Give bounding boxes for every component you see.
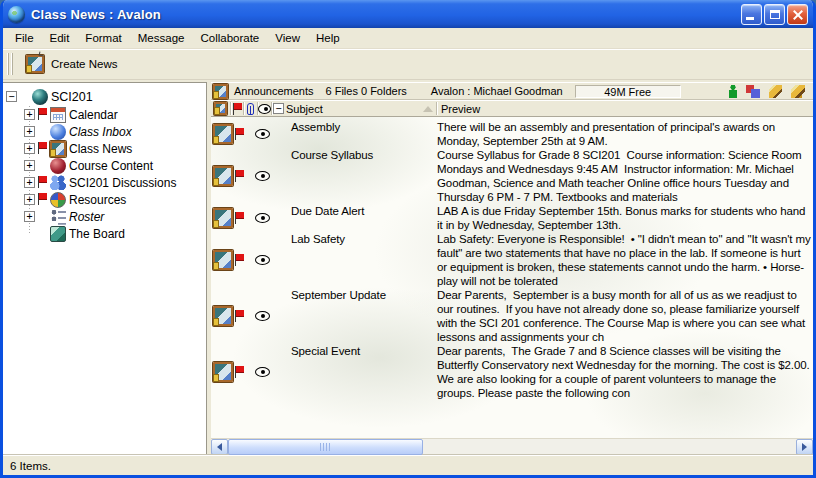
message-row-special-event[interactable]: Special Event Dear parents, The Grade 7 …	[211, 344, 813, 400]
pencil-key-icon[interactable]	[791, 85, 805, 98]
scroll-left-button[interactable]	[211, 439, 228, 455]
message-row-due-date-alert[interactable]: Due Date Alert LAB A is due Friday Septe…	[211, 204, 813, 232]
flag-icon	[37, 193, 48, 205]
scrollbar-track[interactable]	[228, 439, 796, 455]
item-type-column-header[interactable]	[211, 101, 230, 116]
account-name: Avalon : Michael Goodman	[431, 85, 563, 97]
info-action-icons	[729, 85, 805, 98]
tree-children: Calendar Class Inbox Class News	[3, 106, 206, 242]
menu-edit[interactable]: Edit	[42, 29, 78, 47]
toolbar-grip[interactable]	[7, 53, 14, 75]
menu-format[interactable]: Format	[77, 29, 129, 47]
expand-toggle-icon[interactable]	[24, 160, 35, 171]
stacked-squares-icon[interactable]	[746, 85, 760, 98]
message-row-assembly[interactable]: Assembly There will be an assembly and p…	[211, 120, 813, 148]
news-icon	[213, 84, 228, 99]
preview-cell: Dear Parents, September is a busy month …	[437, 288, 813, 344]
tree-item-sci201-discussions[interactable]: SCI201 Discussions	[3, 174, 206, 191]
flag-icon	[234, 254, 245, 266]
tree-item-label: Course Content	[69, 159, 153, 173]
minimize-icon	[746, 17, 754, 20]
create-news-button[interactable]: Create News	[19, 52, 124, 76]
tree-item-roster[interactable]: Roster	[3, 208, 206, 225]
preview-cell: Course Syllabus for Grade 8 SCI201 Cours…	[437, 148, 813, 204]
menu-collaborate[interactable]: Collaborate	[192, 29, 267, 47]
minimize-button[interactable]	[741, 4, 762, 25]
news-icon	[213, 124, 233, 144]
tree-item-resources[interactable]: Resources	[3, 191, 206, 208]
chevron-right-icon	[802, 443, 807, 451]
scrollbar-thumb[interactable]	[228, 439, 423, 455]
flag-icon	[232, 103, 243, 115]
sort-ascending-icon	[423, 106, 433, 112]
inbox-globe-icon	[50, 124, 66, 140]
news-icon	[50, 141, 66, 157]
viewed-column-header[interactable]	[258, 101, 271, 116]
preview-column-header[interactable]: Preview	[437, 101, 813, 116]
tree-item-calendar[interactable]: Calendar	[3, 106, 206, 123]
horizontal-scrollbar[interactable]	[211, 438, 813, 455]
main-area: SCI201 Calendar Class Inbox	[3, 80, 813, 455]
preview-cell: Lab Safety: Everyone is Responsible! • "…	[437, 232, 813, 288]
news-icon	[213, 166, 233, 186]
menu-view[interactable]: View	[267, 29, 308, 47]
statusbar: 6 Items.	[3, 455, 813, 475]
tree-item-label: Class News	[69, 142, 132, 156]
message-list: Assembly There will be an assembly and p…	[211, 117, 813, 438]
attachment-column-header[interactable]	[244, 101, 257, 116]
subject-column-header[interactable]: Subject	[272, 101, 436, 116]
message-row-course-syllabus[interactable]: Course Syllabus Course Syllabus for Grad…	[211, 148, 813, 204]
message-row-september-update[interactable]: September Update Dear Parents, September…	[211, 288, 813, 344]
tree-root-label: SCI201	[51, 90, 93, 104]
list-column-header: Subject Preview	[211, 100, 813, 117]
menu-message[interactable]: Message	[130, 29, 193, 47]
collapse-all-icon[interactable]	[273, 103, 284, 114]
maximize-button[interactable]	[764, 4, 785, 25]
app-globe-icon[interactable]	[8, 6, 25, 23]
collapse-toggle-icon[interactable]	[6, 91, 17, 102]
create-news-label: Create News	[51, 58, 117, 70]
eye-icon	[255, 311, 270, 321]
close-button[interactable]	[787, 4, 808, 25]
eye-icon	[255, 171, 270, 181]
news-icon	[213, 208, 233, 228]
tree-item-class-news[interactable]: Class News	[3, 140, 206, 157]
globe-icon	[32, 89, 48, 105]
expand-toggle-icon[interactable]	[24, 211, 35, 222]
news-icon	[26, 55, 44, 73]
folder-tree: SCI201 Calendar Class Inbox	[3, 82, 207, 455]
board-icon	[50, 226, 66, 242]
message-row-lab-safety[interactable]: Lab Safety Lab Safety: Everyone is Respo…	[211, 232, 813, 288]
expand-toggle-icon[interactable]	[24, 109, 35, 120]
expand-toggle-icon[interactable]	[24, 194, 35, 205]
flag-icon	[234, 310, 245, 322]
course-content-icon	[50, 158, 66, 174]
message-pane: Announcements 6 Files 0 Folders Avalon :…	[211, 82, 813, 455]
tree-item-class-inbox[interactable]: Class Inbox	[3, 123, 206, 140]
menu-help[interactable]: Help	[308, 29, 348, 47]
person-icon[interactable]	[729, 85, 737, 98]
discussions-icon	[50, 175, 66, 191]
subject-cell: Course Syllabus	[291, 148, 437, 204]
scroll-right-button[interactable]	[796, 439, 813, 455]
news-icon	[214, 102, 227, 115]
tree-item-sci201[interactable]: SCI201	[3, 87, 206, 106]
pencil-icon[interactable]	[769, 85, 782, 98]
menu-file[interactable]: File	[7, 29, 42, 47]
flag-icon	[234, 366, 245, 378]
news-icon	[213, 306, 233, 326]
expand-toggle-icon[interactable]	[24, 143, 35, 154]
tree-item-the-board[interactable]: The Board	[3, 225, 206, 242]
flag-icon	[37, 142, 48, 154]
files-summary: 6 Files 0 Folders	[326, 85, 407, 97]
tree-item-course-content[interactable]: Course Content	[3, 157, 206, 174]
news-icon	[213, 250, 233, 270]
eye-icon	[258, 104, 271, 114]
subject-cell: Due Date Alert	[291, 204, 437, 232]
expand-toggle-icon[interactable]	[24, 177, 35, 188]
news-icon	[213, 362, 233, 382]
flag-column-header[interactable]	[231, 101, 243, 116]
window-title: Class News : Avalon	[31, 7, 735, 22]
expand-toggle-icon[interactable]	[24, 126, 35, 137]
titlebar[interactable]: Class News : Avalon	[3, 0, 813, 28]
